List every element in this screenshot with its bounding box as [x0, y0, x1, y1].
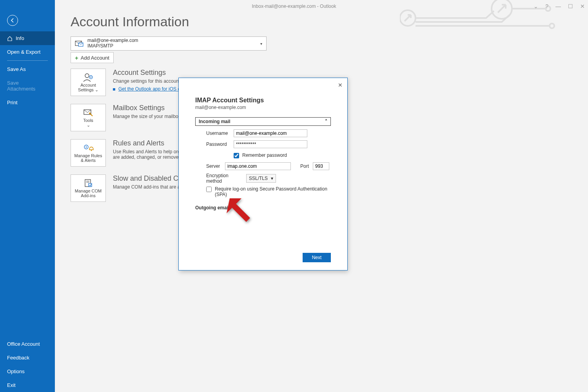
server-label: Server — [206, 163, 221, 169]
password-label: Password — [206, 142, 230, 147]
back-button[interactable] — [7, 15, 18, 26]
gear-bell-icon — [83, 143, 94, 152]
account-selector[interactable]: mail@one-example.com IMAP/SMTP ▾ — [71, 36, 267, 51]
sidebar-item-print[interactable]: Print — [0, 96, 55, 109]
next-button[interactable]: Next — [303, 253, 331, 262]
svg-point-12 — [86, 147, 87, 148]
mail-icon — [75, 40, 83, 47]
username-label: Username — [206, 131, 230, 136]
sidebar-item-label: Save Attachments — [7, 80, 48, 92]
sidebar-item-open-export[interactable]: Open & Export — [0, 45, 55, 59]
encryption-select[interactable]: SSL/TLS ▾ — [246, 174, 276, 183]
sidebar-item-exit[interactable]: Exit — [0, 378, 55, 392]
svg-point-8 — [91, 76, 92, 78]
port-input[interactable] — [313, 162, 329, 170]
account-settings-button[interactable]: AccountSettings ⌄ — [71, 69, 106, 96]
outgoing-email-header[interactable]: Outgoing email ˅ — [195, 205, 331, 211]
dialog-title: IMAP Account Settings — [195, 97, 331, 104]
caret-down-icon: ▾ — [260, 42, 262, 46]
addin-icon — [83, 178, 94, 188]
svg-point-10 — [89, 113, 91, 114]
page-title: Account Information — [71, 14, 572, 29]
incoming-mail-header[interactable]: Incoming mail ˄ — [195, 117, 331, 126]
sidebar-item-label: Options — [7, 368, 25, 374]
rules-alerts-button[interactable]: Manage Rules& Alerts — [71, 139, 106, 167]
password-input[interactable] — [234, 140, 307, 148]
chevron-up-icon: ˄ — [325, 119, 327, 124]
sidebar-item-label: Feedback — [7, 355, 29, 361]
backstage-sidebar: Info Open & Export Save As Save Attachme… — [0, 0, 55, 392]
tools-button[interactable]: Tools⌄ — [71, 104, 106, 131]
person-gear-icon — [83, 73, 94, 82]
sidebar-item-save-as[interactable]: Save As — [0, 62, 55, 76]
plus-icon: + — [75, 54, 78, 61]
incoming-form: Username Password Remember password Serv… — [195, 126, 331, 200]
remember-password-checkbox[interactable] — [234, 153, 239, 158]
dialog-close-button[interactable]: ✕ — [338, 82, 343, 88]
spa-label: Require log-on using Secure Password Aut… — [215, 186, 331, 197]
sidebar-item-feedback[interactable]: Feedback — [0, 351, 55, 365]
sidebar-item-label: Print — [7, 100, 18, 105]
port-label: Port — [300, 163, 309, 169]
sidebar-item-office-account[interactable]: Office Account — [0, 337, 55, 351]
sidebar-divider — [7, 60, 48, 61]
mailbox-tools-icon — [83, 108, 94, 117]
sidebar-item-label: Exit — [7, 382, 16, 388]
dialog-email: mail@one-example.com — [195, 105, 331, 110]
spa-checkbox[interactable] — [206, 187, 212, 192]
home-icon — [7, 36, 13, 41]
sidebar-item-save-attachments: Save Attachments — [0, 76, 55, 96]
account-type: IMAP/SMTP — [87, 44, 138, 49]
add-account-button[interactable]: + Add Account — [71, 52, 114, 63]
server-input[interactable] — [225, 162, 291, 170]
account-email: mail@one-example.com — [87, 38, 138, 44]
chevron-down-icon: ˅ — [232, 205, 234, 211]
svg-point-6 — [85, 74, 89, 78]
add-account-label: Add Account — [81, 55, 109, 61]
manage-addins-button[interactable]: Manage COMAdd-ins — [71, 174, 106, 202]
sidebar-item-label: Info — [16, 35, 24, 41]
sidebar-item-options[interactable]: Options — [0, 365, 55, 378]
svg-point-13 — [91, 150, 92, 151]
bullet-icon — [113, 88, 115, 91]
remember-password-label: Remember password — [242, 152, 287, 158]
caret-down-icon: ▾ — [271, 176, 273, 181]
sidebar-item-label: Office Account — [7, 341, 40, 347]
encryption-label: Encryption method — [206, 173, 242, 184]
sidebar-item-label: Open & Export — [7, 49, 40, 55]
username-input[interactable] — [234, 129, 307, 137]
sidebar-item-label: Save As — [7, 66, 26, 72]
imap-settings-dialog: ✕ IMAP Account Settings mail@one-example… — [178, 78, 348, 270]
sidebar-item-info[interactable]: Info — [0, 31, 55, 45]
section-title: Account Settings — [113, 69, 240, 77]
